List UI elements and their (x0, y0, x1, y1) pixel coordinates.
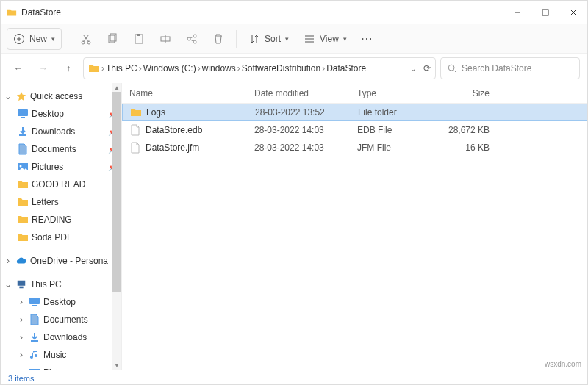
scroll-up-button[interactable]: ▲ (112, 83, 121, 92)
breadcrumb[interactable]: › This PC › Windows (C:) › windows › Sof… (83, 57, 436, 79)
minimize-button[interactable] (503, 1, 531, 24)
sidebar-item[interactable]: Letters (1, 193, 121, 211)
delete-button[interactable] (207, 28, 230, 50)
crumb-datastore[interactable]: DataStore (326, 63, 366, 73)
file-date: 28-03-2022 14:03 (254, 143, 357, 153)
trash-icon (212, 33, 224, 45)
sidebar-item[interactable]: › Music (1, 346, 121, 364)
sidebar-item[interactable]: › Documents (1, 311, 121, 328)
view-icon (304, 33, 315, 45)
chevron-right-icon[interactable]: › (4, 256, 12, 266)
share-button[interactable] (180, 28, 204, 50)
file-icon (129, 124, 141, 136)
sort-label: Sort (265, 34, 281, 44)
folder-icon (17, 179, 29, 190)
status-bar: 3 items (1, 370, 587, 385)
sidebar-item[interactable]: › Downloads (1, 328, 121, 346)
col-type[interactable]: Type (357, 88, 431, 98)
forward-button[interactable]: → (33, 58, 54, 79)
file-size: 16 KB (431, 143, 490, 153)
cloud-icon (16, 256, 26, 266)
pictures-icon (17, 161, 29, 173)
documents-icon (17, 143, 29, 155)
refresh-button[interactable]: ⟳ (423, 63, 431, 73)
file-row[interactable]: Logs 28-03-2022 13:52 File folder (122, 104, 587, 121)
chevron-right-icon[interactable]: › (17, 332, 26, 342)
crumb-drive[interactable]: Windows (C:) (143, 63, 196, 73)
new-label: New (29, 34, 47, 44)
maximize-button[interactable] (531, 1, 559, 24)
crumb-swdist[interactable]: SoftwareDistribution (242, 63, 320, 73)
sort-button[interactable]: Sort ▾ (243, 28, 295, 50)
col-name[interactable]: Name (129, 88, 254, 98)
chevron-right-icon[interactable]: › (101, 63, 104, 73)
sidebar-item[interactable]: Documents 📌 (1, 140, 121, 158)
nav-row: ← → ↑ › This PC › Windows (C:) › windows… (1, 54, 587, 83)
chevron-down-icon: ▾ (285, 35, 289, 43)
sidebar-scrollbar[interactable]: ▲ ▼ (112, 83, 121, 370)
sidebar-item[interactable]: Soda PDF (1, 229, 121, 246)
chevron-right-icon[interactable]: › (17, 297, 26, 307)
sidebar-item[interactable]: › Desktop (1, 293, 121, 311)
chevron-right-icon[interactable]: › (139, 63, 142, 73)
back-button[interactable]: ← (8, 58, 29, 79)
downloads-icon (29, 331, 40, 343)
watermark: wsxdn.com (545, 360, 581, 368)
scrollbar-thumb[interactable] (112, 92, 121, 292)
sidebar-onedrive[interactable]: › OneDrive - Persona (1, 252, 121, 270)
sidebar-item[interactable]: GOOD READ (1, 176, 121, 193)
scroll-down-button[interactable]: ▼ (112, 361, 121, 370)
copy-button[interactable] (101, 28, 124, 50)
sidebar-quick-access[interactable]: ⌄ Quick access (1, 87, 121, 105)
sidebar-item[interactable]: Downloads 📌 (1, 123, 121, 140)
chevron-right-icon[interactable]: › (237, 63, 240, 73)
chevron-down-icon[interactable]: ⌄ (4, 91, 12, 101)
column-headers: Name Date modified Type Size (122, 83, 587, 104)
cut-button[interactable] (74, 28, 98, 50)
sidebar-item-label: READING (32, 215, 72, 225)
sidebar-item[interactable]: › Pictures (1, 364, 121, 370)
crumb-thispc[interactable]: This PC (106, 63, 137, 73)
up-button[interactable]: ↑ (58, 58, 79, 79)
file-type: JFM File (357, 143, 431, 153)
downloads-icon (17, 126, 29, 137)
col-size[interactable]: Size (431, 88, 490, 98)
new-button[interactable]: New ▾ (7, 28, 62, 50)
desktop-icon (29, 296, 40, 308)
col-date[interactable]: Date modified (254, 88, 357, 98)
view-button[interactable]: View ▾ (298, 28, 353, 50)
folder-icon (7, 7, 17, 18)
file-date: 28-03-2022 13:52 (255, 107, 358, 118)
crumb-windows[interactable]: windows (202, 63, 236, 73)
sidebar-label: This PC (30, 279, 62, 289)
sidebar-label: OneDrive - Persona (30, 256, 108, 266)
documents-icon (29, 314, 40, 325)
sidebar-thispc[interactable]: ⌄ This PC (1, 276, 121, 293)
sidebar-item-label: Downloads (43, 332, 87, 342)
sidebar-item[interactable]: Desktop 📌 (1, 105, 121, 123)
file-list: Name Date modified Type Size Logs 28-03-… (122, 83, 587, 370)
more-button[interactable]: ··· (356, 28, 379, 50)
sidebar-label: Quick access (30, 91, 82, 101)
chevron-right-icon[interactable]: › (198, 63, 201, 73)
file-icon (129, 142, 141, 154)
file-row[interactable]: DataStore.jfm 28-03-2022 14:03 JFM File … (122, 139, 587, 156)
sidebar-item-label: Desktop (32, 109, 64, 119)
star-icon (16, 91, 26, 101)
search-input[interactable]: Search DataStore (440, 57, 580, 79)
file-row[interactable]: DataStore.edb 28-03-2022 14:03 EDB File … (122, 121, 587, 139)
chevron-right-icon[interactable]: › (17, 367, 26, 370)
rename-button[interactable] (154, 28, 177, 50)
chevron-right-icon[interactable]: › (17, 350, 26, 360)
sidebar-item[interactable]: READING (1, 211, 121, 229)
desktop-icon (17, 108, 29, 120)
chevron-right-icon[interactable]: › (322, 63, 325, 73)
chevron-right-icon[interactable]: › (17, 314, 26, 325)
paste-button[interactable] (127, 28, 151, 50)
chevron-down-icon[interactable]: ⌄ (4, 279, 12, 289)
sidebar-item[interactable]: Pictures 📌 (1, 158, 121, 176)
sidebar: ⌄ Quick access Desktop 📌 Downloads 📌 Doc… (1, 83, 122, 370)
music-icon (29, 349, 40, 361)
chevron-down-icon[interactable]: ⌄ (410, 65, 416, 73)
close-button[interactable] (559, 1, 587, 24)
